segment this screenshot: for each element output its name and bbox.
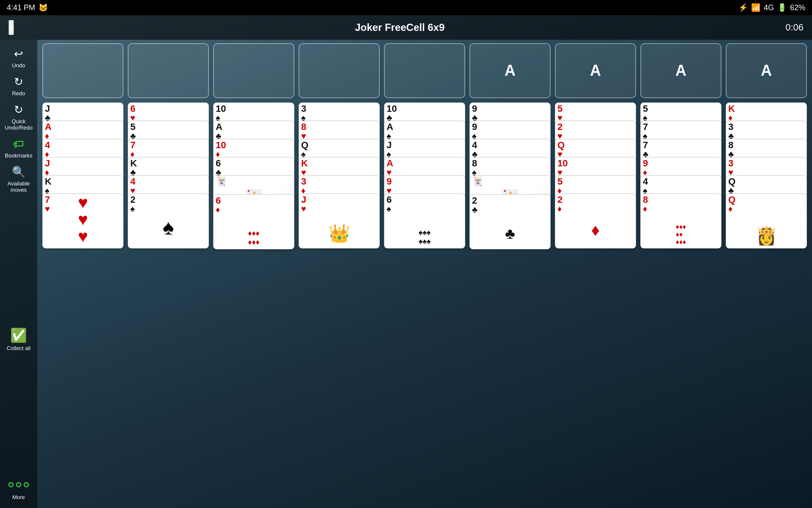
free-cell-4[interactable]: [299, 43, 380, 98]
network-icon: 4G: [764, 3, 774, 12]
sidebar-item-collect-all[interactable]: ✅ Collect all: [2, 324, 36, 355]
card-j-hearts[interactable]: J♥👑: [299, 193, 380, 248]
sidebar-item-more[interactable]: More: [2, 491, 36, 504]
foundation-1[interactable]: A: [469, 43, 551, 98]
foundation-3[interactable]: A: [640, 43, 721, 98]
more-label: More: [12, 494, 25, 500]
column-0: J♣ A♦ 4♦ J♦ K♠ 7♥ ♥♥♥: [42, 102, 123, 249]
dot-1: [8, 482, 14, 487]
sidebar-item-available-moves[interactable]: 🔍 Available moves: [2, 162, 36, 196]
bookmarks-icon: 🏷: [13, 138, 24, 151]
column-8: K♦ 3♣ 8♣ 3♥ Q♣ Q♦👸: [726, 102, 807, 249]
redo-label: Redo: [12, 90, 25, 97]
card-7-hearts-0[interactable]: 7♥ ♥♥♥: [42, 193, 123, 248]
available-moves-icon: 🔍: [12, 166, 25, 179]
foundation-2[interactable]: A: [555, 43, 636, 98]
status-bar: 4:41 PM 🐱 ⚡ 📶 4G 🔋 62%: [0, 0, 812, 15]
battery-icon: 🔋: [777, 3, 787, 12]
card-6-spades[interactable]: 6♠♠♠♠♠♠♠: [384, 193, 465, 248]
column-7: 5♠ 7♠ 7♣ 9♦ 4♠ 8♦♦♦♦♦♦♦♦♦: [640, 102, 721, 249]
free-cell-1[interactable]: [42, 43, 123, 98]
sidebar-item-undo[interactable]: ↩ Undo: [2, 44, 36, 72]
status-right: ⚡ 📶 4G 🔋 62%: [738, 3, 805, 12]
dot-2: [16, 482, 21, 487]
game-title: Joker FreeCell 6x9: [355, 22, 444, 33]
column-5: 9♣ 9♠ 4♣ 8♠ 🃏 🃏 2♣♣: [469, 102, 551, 249]
game-timer: 0:06: [785, 22, 804, 33]
bookmarks-label: Bookmarks: [5, 152, 32, 159]
undo-icon: ↩: [14, 47, 23, 61]
quick-undo-redo-label: Quick Undo/Redo: [3, 118, 34, 131]
dot-3: [24, 482, 29, 487]
collect-all-label: Collect all: [7, 345, 30, 351]
signal-icon: 📶: [751, 3, 760, 12]
sidebar-item-bookmarks[interactable]: 🏷 Bookmarks: [2, 134, 36, 162]
column-3: 3♠ 8♥ Q♠ K♥ 3♦ J♥👑: [299, 102, 380, 249]
card-2-clubs[interactable]: 2♣♣: [469, 194, 551, 249]
column-2: 10♠ A♣ 10♦ 6♣ 🃏 🃏 6♦♦♦♦♦♦♦: [213, 102, 294, 249]
status-left: 4:41 PM 🐱: [7, 3, 48, 12]
time: 4:41 PM: [7, 3, 35, 12]
top-row: A A A A: [42, 43, 807, 98]
column-1: 6♥ 5♣ 7♦ K♣ 4♥ 2♠♠: [128, 102, 209, 249]
carrier-icon: 🐱: [38, 3, 48, 12]
undo-label: Undo: [12, 62, 25, 69]
free-cell-2[interactable]: [128, 43, 209, 98]
columns-row: J♣ A♦ 4♦ J♦ K♠ 7♥ ♥♥♥ 6♥ 5♣ 7♦ K♣ 4♥ 2♠♠…: [42, 102, 807, 249]
free-cell-5[interactable]: [384, 43, 465, 98]
redo-icon: ↻: [14, 75, 23, 88]
card-6-diamonds[interactable]: 6♦♦♦♦♦♦♦: [213, 194, 294, 249]
sidebar-item-redo[interactable]: ↻ Redo: [2, 72, 36, 100]
game-area: A A A A J♣ A♦ 4♦ J♦ K♠ 7♥ ♥♥♥ 6♥ 5♣ 7♦ K…: [37, 40, 812, 508]
bluetooth-icon: ⚡: [738, 3, 748, 12]
nav-bar: ‹ Joker FreeCell 6x9 0:06: [0, 15, 812, 40]
card-q-diamonds[interactable]: Q♦👸: [726, 193, 807, 248]
column-6: 5♥ 2♥ Q♥ 10♥ 5♦ 2♦♦: [555, 102, 636, 249]
column-4: 10♣ A♠ J♠ A♥ 9♥ 6♠♠♠♠♠♠♠: [384, 102, 465, 249]
sidebar: ↩ Undo ↻ Redo ↻ Quick Undo/Redo 🏷 Bookma…: [0, 40, 37, 508]
more-dots[interactable]: [8, 482, 29, 487]
available-moves-label: Available moves: [3, 180, 34, 193]
battery-pct: 62%: [790, 3, 805, 12]
foundation-4[interactable]: A: [726, 43, 807, 98]
back-button[interactable]: ‹: [8, 20, 14, 35]
collect-all-icon: ✅: [10, 327, 27, 343]
card-2-diamonds[interactable]: 2♦♦: [555, 193, 636, 248]
sidebar-item-quick-undo-redo[interactable]: ↻ Quick Undo/Redo: [2, 100, 36, 134]
quick-undo-redo-icon: ↻: [14, 103, 23, 116]
card-8-diamonds[interactable]: 8♦♦♦♦♦♦♦♦♦: [640, 193, 721, 248]
card-2-spades[interactable]: 2♠♠: [128, 193, 209, 248]
free-cell-3[interactable]: [213, 43, 294, 98]
